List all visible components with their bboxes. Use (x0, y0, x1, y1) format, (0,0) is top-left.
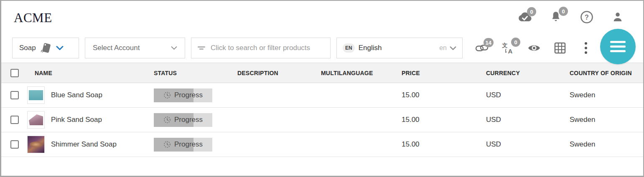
svg-text:?: ? (585, 14, 589, 21)
table-row[interactable]: Pink Sand Soap Progress 15.00 USD Sweden (1, 108, 643, 132)
language-selector[interactable]: EN English en (336, 38, 463, 58)
cell-currency: USD (486, 91, 570, 99)
language-code-pill: EN (343, 43, 355, 53)
column-header-currency: CURRENCY (486, 70, 570, 76)
column-header-country: COUNTRY OF ORIGIN (570, 70, 643, 76)
user-profile-button[interactable] (611, 10, 625, 24)
catalog-selector-label: Soap (19, 44, 36, 52)
table-row[interactable]: Shimmer Sand Soap Progress 15.00 USD Swe… (1, 132, 643, 157)
top-icon-group: 0 0 ? (518, 10, 631, 24)
status-label: Progress (174, 140, 203, 149)
app-window: ACME 0 0 (0, 0, 644, 177)
status-label: Progress (174, 91, 203, 99)
product-thumbnail (27, 86, 45, 104)
sync-tasks-button[interactable]: 0 (518, 10, 532, 24)
empty-area (1, 157, 643, 177)
links-badge: 14 (484, 38, 494, 47)
product-name: Shimmer Sand Soap (51, 140, 117, 149)
select-all-checkbox[interactable] (10, 69, 19, 77)
search-box[interactable] (191, 38, 331, 58)
language-name: English (359, 44, 382, 52)
status-badge[interactable]: Progress (154, 113, 212, 127)
translate-badge: 0 (511, 38, 520, 47)
svg-text:A: A (508, 48, 513, 54)
column-header-price: PRICE (402, 70, 486, 76)
search-input[interactable] (211, 44, 324, 52)
cell-price: 15.00 (402, 91, 486, 99)
product-name: Pink Sand Soap (51, 116, 102, 124)
kebab-menu-icon (584, 41, 588, 55)
clock-icon (163, 116, 171, 124)
question-circle-icon: ? (580, 10, 593, 24)
cell-country: Sweden (570, 91, 643, 99)
top-bar: ACME 0 0 (1, 1, 643, 33)
catalog-selector[interactable]: Soap (12, 38, 79, 58)
toolbar: Soap Select Account (1, 33, 643, 63)
notifications-button[interactable]: 0 (549, 10, 563, 24)
column-header-name: NAME (27, 70, 154, 76)
eye-icon (527, 43, 541, 53)
chevron-down-icon (56, 46, 64, 51)
person-icon (611, 11, 624, 23)
cell-price: 15.00 (402, 116, 486, 124)
product-thumbnail (27, 136, 45, 153)
sync-badge: 0 (527, 7, 536, 16)
help-button[interactable]: ? (580, 10, 594, 24)
status-label: Progress (174, 116, 203, 124)
links-button[interactable]: 14 (475, 41, 489, 55)
cell-currency: USD (486, 116, 570, 124)
svg-text:文: 文 (502, 42, 508, 48)
row-checkbox[interactable] (10, 140, 19, 149)
account-selector[interactable]: Select Account (85, 38, 185, 58)
notifications-badge: 0 (559, 7, 568, 16)
status-badge[interactable]: Progress (154, 138, 212, 152)
clock-icon (163, 91, 171, 99)
column-header-description: DESCRIPTION (237, 70, 321, 76)
preview-button[interactable] (527, 41, 541, 55)
cell-price: 15.00 (402, 140, 486, 149)
toolbar-icon-group: 14 文 A 0 (475, 41, 593, 55)
grid-view-button[interactable] (553, 41, 567, 55)
column-header-status: STATUS (154, 70, 237, 76)
product-name: Blue Sand Soap (51, 91, 102, 99)
product-thumbnail (27, 111, 45, 129)
clock-icon (163, 141, 171, 148)
row-checkbox[interactable] (10, 91, 19, 99)
chevron-down-icon (171, 46, 177, 50)
cell-country: Sweden (570, 116, 643, 124)
cell-country: Sweden (570, 140, 643, 149)
status-badge[interactable]: Progress (154, 88, 212, 102)
language-code: en (439, 44, 447, 52)
table-grid-icon (554, 42, 566, 54)
more-options-button[interactable] (579, 41, 593, 55)
translate-button[interactable]: 文 A 0 (501, 41, 515, 55)
account-selector-label: Select Account (93, 44, 140, 52)
cell-currency: USD (486, 140, 570, 149)
filter-icon (197, 45, 206, 51)
main-menu-fab[interactable] (600, 29, 636, 64)
brand-logo: ACME (14, 9, 52, 25)
hamburger-icon (610, 41, 626, 43)
row-checkbox[interactable] (10, 116, 19, 124)
column-header-multilanguage: MULTILANGUAGE (321, 70, 402, 76)
chevron-down-icon (450, 46, 456, 51)
table-row[interactable]: Blue Sand Soap Progress 15.00 USD Sweden (1, 83, 643, 108)
table-header-row: NAME STATUS DESCRIPTION MULTILANGUAGE PR… (1, 63, 643, 83)
product-card-icon (40, 42, 52, 54)
